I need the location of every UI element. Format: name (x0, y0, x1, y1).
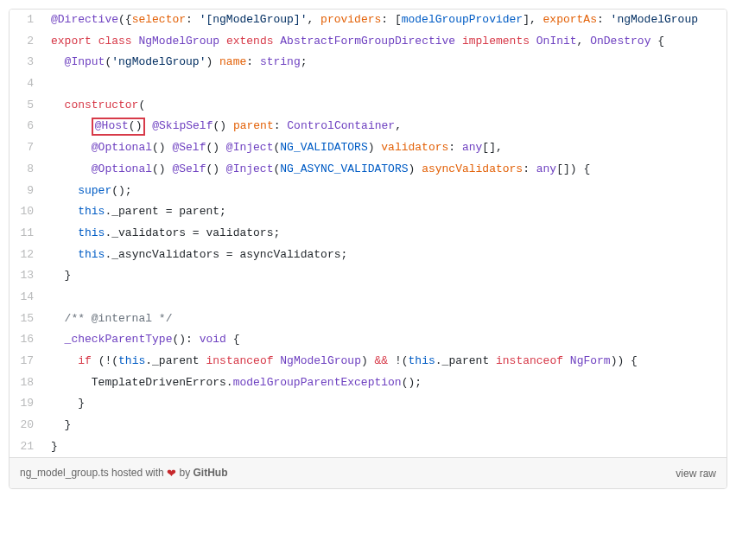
code-line: 13 } (10, 265, 726, 287)
line-number[interactable]: 21 (10, 436, 44, 458)
line-number[interactable]: 19 (10, 393, 44, 415)
line-source: @Host() @SkipSelf() parent: ControlConta… (44, 116, 726, 137)
code-line: 11 this._validators = validators; (10, 223, 726, 245)
line-source: } (44, 436, 726, 458)
code-line: 9 super(); (10, 181, 726, 202)
line-number[interactable]: 1 (10, 10, 44, 31)
code-line: 2export class NgModelGroup extends Abstr… (10, 31, 726, 53)
line-number[interactable]: 9 (10, 181, 44, 202)
line-source: } (44, 265, 726, 287)
line-number[interactable]: 17 (10, 351, 44, 372)
line-source: if (!(this._parent instanceof NgModelGro… (44, 351, 726, 372)
code-line: 4 (10, 73, 726, 95)
meta-left: ng_model_group.ts hosted with ❤ by GitHu… (20, 467, 228, 480)
line-source: } (44, 393, 726, 415)
code-line: 5 constructor( (10, 95, 726, 117)
line-source: } (44, 415, 726, 436)
line-source (44, 287, 726, 309)
code-line: 10 this._parent = parent; (10, 201, 726, 223)
code-line: 7 @Optional() @Self() @Inject(NG_VALIDAT… (10, 137, 726, 159)
line-source: super(); (44, 181, 726, 202)
line-source: export class NgModelGroup extends Abstra… (44, 31, 726, 53)
line-number[interactable]: 13 (10, 265, 44, 287)
line-number[interactable]: 12 (10, 245, 44, 266)
hosted-text-after: by (179, 467, 193, 479)
code-line: 17 if (!(this._parent instanceof NgModel… (10, 351, 726, 372)
line-number[interactable]: 5 (10, 95, 44, 117)
line-source: constructor( (44, 95, 726, 117)
line-number[interactable]: 10 (10, 201, 44, 223)
line-source: @Optional() @Self() @Inject(NG_ASYNC_VAL… (44, 159, 726, 181)
line-number[interactable]: 6 (10, 116, 44, 137)
line-source: this._parent = parent; (44, 201, 726, 223)
github-link[interactable]: GitHub (194, 467, 228, 479)
line-number[interactable]: 3 (10, 52, 44, 73)
line-source: /** @internal */ (44, 309, 726, 330)
code-line: 18 TemplateDrivenErrors.modelGroupParent… (10, 372, 726, 394)
line-number[interactable]: 14 (10, 287, 44, 309)
code-tbody: 1@Directive({selector: '[ngModelGroup]',… (10, 10, 726, 457)
code-table: 1@Directive({selector: '[ngModelGroup]',… (10, 10, 726, 457)
line-number[interactable]: 4 (10, 73, 44, 95)
line-source: @Input('ngModelGroup') name: string; (44, 52, 726, 73)
line-number[interactable]: 11 (10, 223, 44, 245)
code-line: 20 } (10, 415, 726, 436)
line-number[interactable]: 18 (10, 372, 44, 394)
line-number[interactable]: 2 (10, 31, 44, 53)
gist-container: 1@Directive({selector: '[ngModelGroup]',… (9, 9, 727, 489)
code-line: 12 this._asyncValidators = asyncValidato… (10, 245, 726, 266)
line-number[interactable]: 16 (10, 329, 44, 351)
line-source: this._validators = validators; (44, 223, 726, 245)
heart-icon: ❤ (167, 467, 176, 480)
line-source: this._asyncValidators = asyncValidators; (44, 245, 726, 266)
code-line: 1@Directive({selector: '[ngModelGroup]',… (10, 10, 726, 31)
view-raw-link[interactable]: view raw (676, 468, 716, 480)
code-line: 3 @Input('ngModelGroup') name: string; (10, 52, 726, 73)
code-line: 21} (10, 436, 726, 458)
code-line: 16 _checkParentType(): void { (10, 329, 726, 351)
code-line: 8 @Optional() @Self() @Inject(NG_ASYNC_V… (10, 159, 726, 181)
line-source: @Optional() @Self() @Inject(NG_VALIDATOR… (44, 137, 726, 159)
code-line: 14 (10, 287, 726, 309)
line-number[interactable]: 15 (10, 309, 44, 330)
line-source: @Directive({selector: '[ngModelGroup]', … (44, 10, 726, 31)
gist-meta-bar: ng_model_group.ts hosted with ❤ by GitHu… (10, 457, 726, 488)
filename-link[interactable]: ng_model_group.ts (20, 467, 109, 479)
line-number[interactable]: 8 (10, 159, 44, 181)
code-scroll-area[interactable]: 1@Directive({selector: '[ngModelGroup]',… (10, 10, 726, 457)
line-source: TemplateDrivenErrors.modelGroupParentExc… (44, 372, 726, 394)
line-source: _checkParentType(): void { (44, 329, 726, 351)
line-source (44, 73, 726, 95)
line-number[interactable]: 7 (10, 137, 44, 159)
code-line: 15 /** @internal */ (10, 309, 726, 330)
line-number[interactable]: 20 (10, 415, 44, 436)
code-line: 6 @Host() @SkipSelf() parent: ControlCon… (10, 116, 726, 137)
hosted-text-before: hosted with (111, 467, 167, 479)
code-line: 19 } (10, 393, 726, 415)
